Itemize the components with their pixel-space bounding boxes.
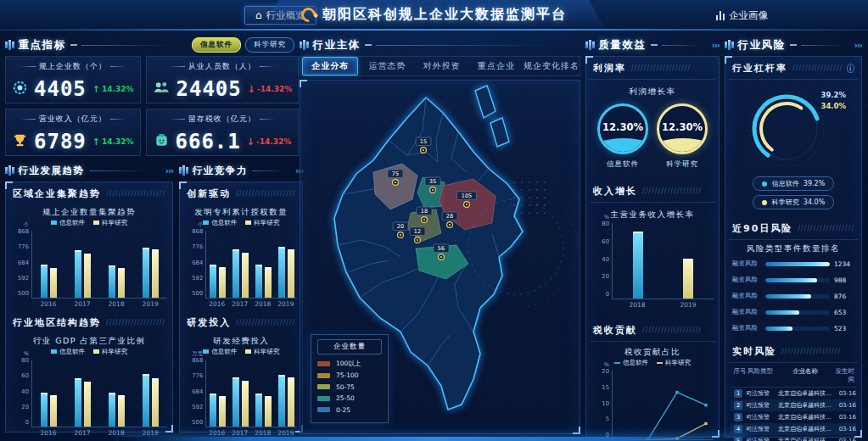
nav-enterprise-portrait-label: 企业画像 (729, 9, 768, 22)
tab-0[interactable]: 企业分布 (302, 57, 358, 75)
table-row[interactable]: 2 司法预警 北京启伯卓越科技有限公司 03-16 (731, 399, 856, 411)
svg-text:28: 28 (446, 213, 453, 220)
section-icon (5, 40, 14, 50)
revenue-subtitle: 收入增长 (593, 185, 637, 198)
section-icon (725, 40, 734, 50)
chart-title: 主营业务收入增长率 (591, 209, 714, 220)
info-icon[interactable]: i (847, 64, 854, 73)
indicator-label-row: 从业人员数（人） (153, 61, 293, 72)
quality-more-button[interactable]: ››› (712, 41, 720, 50)
top-header: ⌂ 行业概览 朝阳区科创规上企业大数据监测平台 企业画像 (0, 0, 868, 31)
risk-column: 行业风险 ››› 行业杠杆率 /////////////////// i 39.… (725, 34, 862, 438)
key-indicator-cards: 规上企业数（个） 4405 ↑14.32% 从业人员数（人） 24405 ↓-1… (5, 56, 294, 156)
tax-subtitle: 税收贡献 (593, 324, 637, 337)
table-row[interactable]: 4 司法预警 北京启伯卓越科技有限公司 03-16 (731, 423, 856, 435)
company-name: 北京启伯卓越科技有限公司 (778, 437, 832, 441)
app-title: 朝阳区科创规上企业大数据监测平台 (322, 6, 567, 24)
tax-subheader: 税收贡献 /////////////////// (590, 319, 715, 342)
dashboard: ⌂ 行业概览 朝阳区科创规上企业大数据监测平台 企业画像 重点指标 信息软件 科… (0, 0, 868, 441)
occur-time: 03-16 (832, 414, 856, 421)
chart-legend: 信息软件科学研究 (591, 359, 714, 367)
risk-rank-title: 风险类型事件数量排名 (725, 243, 861, 254)
risk-rank-value: 988 (834, 276, 854, 284)
occur-time: 03-16 (832, 390, 856, 397)
competitiveness-header: 行业竞争力 ››› (179, 161, 303, 180)
divider (376, 45, 581, 46)
district-exclave (475, 86, 496, 118)
dev-trend-panel: 区域企业集聚趋势 /////////////////// 规上企业数量集聚趋势信… (5, 181, 173, 433)
table-row[interactable]: 5 司法预警 北京启伯卓越科技有限公司 03-16 (731, 435, 856, 441)
company-name: 北京启伯卓越科技有限公司 (778, 413, 832, 421)
tab-2[interactable]: 对外投资 (415, 58, 469, 75)
chart-title: 行业 GDP 占第三产业比例 (11, 336, 167, 347)
hatch-decor: /////////////////// (236, 319, 295, 327)
map-legend-title: 企业数量 (317, 339, 382, 354)
tab-1[interactable]: 运营态势 (360, 58, 414, 75)
app-title-wrap: 朝阳区科创规上企业大数据监测平台 (262, 0, 606, 31)
profit-gauges: 12.30% 信息软件 12.30% 科学研究 (586, 98, 719, 171)
risk-rank-label: 融资风险 (732, 260, 761, 268)
indicator-label: 营业收入（亿元） (39, 114, 107, 125)
district-exclave (490, 118, 509, 147)
tag-info-software[interactable]: 信息软件 (192, 37, 241, 53)
indicator-card: 留存税收（亿元） 666.1 ↓-14.32% (146, 109, 300, 156)
leverage-gauge: 39.2% 34.0% (725, 80, 861, 175)
table-row[interactable]: 3 司法预警 北京启伯卓越科技有限公司 03-16 (731, 411, 856, 423)
cluster-trend-subtitle: 区域企业集聚趋势 (13, 187, 101, 200)
innovation-subtitle: 创新驱动 (187, 187, 231, 200)
chart-title: 税收贡献占比 (591, 347, 714, 358)
industry-tags: 信息软件 科学研究 (192, 37, 294, 53)
map-legend-item: 0-25 (317, 406, 382, 414)
table-row[interactable]: 1 司法预警 北京启伯卓越科技有限公司 03-16 (731, 388, 856, 399)
people-icon (153, 81, 171, 98)
quality-column: 质量效益 ››› 利润率 /////////////////// 利润增长率 1… (585, 34, 720, 438)
divider (801, 45, 850, 46)
recent-risk-subtitle: 近90日风险 (732, 222, 792, 235)
risk-rank-value: 1234 (834, 260, 854, 268)
risk-rank-row: 融资风险 988 (725, 276, 861, 284)
leverage-legend-item: 信息软件 39.2% (753, 176, 835, 191)
indicator-delta: ↑14.32% (92, 84, 134, 95)
map-legend: 企业数量 100以上75-10050-7525-500-25 (311, 334, 389, 424)
occur-time: 03-16 (832, 426, 856, 433)
risk-rank-value: 523 (834, 325, 854, 332)
gdp-ratio-chart: 行业 GDP 占第三产业比例信息软件科学研究%80604020020162017… (6, 332, 172, 440)
cluster-trend-subheader: 区域企业集聚趋势 /////////////////// (6, 182, 172, 204)
occur-time: 03-16 (832, 402, 856, 409)
nav-enterprise-portrait[interactable]: 企业画像 (708, 6, 777, 25)
arrow-up-icon: ↑ (92, 137, 100, 148)
risk-rank-label: 融资风险 (732, 276, 761, 284)
map-legend-item: 25-50 (317, 394, 382, 402)
svg-text:12: 12 (414, 228, 421, 235)
dev-trend-more-button[interactable]: ››› (165, 166, 173, 176)
tag-science-research[interactable]: 科学研究 (245, 37, 294, 53)
hatch-decor: /////////////////// (106, 319, 165, 327)
occur-time: 03-16 (832, 438, 856, 441)
hatch-decor: /////////////////// (781, 348, 854, 355)
hatch-decor: /////////////////// (236, 190, 295, 198)
map-legend-item: 100以上 (317, 360, 382, 368)
risk-header: 行业风险 ››› (725, 36, 862, 54)
chart-title: 研发经费投入 (185, 336, 297, 347)
rnd-subtitle: 研发投入 (187, 316, 231, 329)
tab-4[interactable]: 规企变化排名 (524, 58, 580, 75)
chart-title: 发明专利累计授权数量 (185, 207, 297, 218)
realtime-table-header: 序号风险类型企业名称发生时间 (731, 365, 856, 388)
indicator-label-row: 留存税收（亿元） (153, 114, 293, 125)
risk-type: 司法预警 (746, 413, 778, 421)
profit-gauge-value: 12.30% (600, 121, 646, 133)
risk-more-button[interactable]: ››› (854, 41, 862, 50)
cluster-trend-chart: 规上企业数量集聚趋势信息软件科学研究个868776684592500201620… (6, 204, 172, 311)
profit-subheader: 利润率 /////////////////// (590, 57, 715, 80)
risk-rank-row: 融资风险 1234 (725, 260, 861, 268)
chart-legend: 信息软件科学研究 (11, 348, 167, 356)
risk-type: 司法预警 (746, 389, 778, 398)
row-index: 4 (734, 425, 742, 433)
arrow-up-icon: ↑ (92, 84, 100, 95)
arrow-down-icon: ↓ (247, 137, 255, 148)
risk-type: 司法预警 (746, 401, 778, 410)
left-column: 重点指标 信息软件 科学研究 规上企业数（个） 4405 ↑14.32% 从业人… (5, 34, 294, 433)
revenue-subheader: 收入增长 /////////////////// (590, 180, 715, 203)
tab-3[interactable]: 重点企业 (469, 58, 524, 75)
hatch-decor: /////////////////// (106, 190, 165, 198)
